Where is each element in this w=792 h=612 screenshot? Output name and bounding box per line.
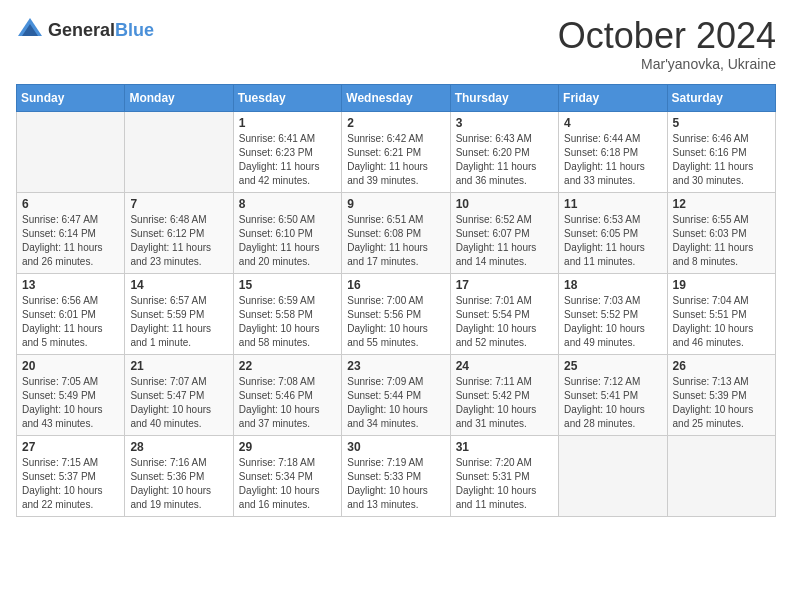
- weekday-header-sunday: Sunday: [17, 84, 125, 111]
- calendar-cell: 7Sunrise: 6:48 AMSunset: 6:12 PMDaylight…: [125, 192, 233, 273]
- day-info: Sunrise: 7:18 AMSunset: 5:34 PMDaylight:…: [239, 456, 336, 512]
- day-number: 23: [347, 359, 444, 373]
- day-info: Sunrise: 7:03 AMSunset: 5:52 PMDaylight:…: [564, 294, 661, 350]
- day-number: 10: [456, 197, 553, 211]
- day-info: Sunrise: 6:43 AMSunset: 6:20 PMDaylight:…: [456, 132, 553, 188]
- calendar-cell: 15Sunrise: 6:59 AMSunset: 5:58 PMDayligh…: [233, 273, 341, 354]
- day-number: 11: [564, 197, 661, 211]
- calendar-cell: 12Sunrise: 6:55 AMSunset: 6:03 PMDayligh…: [667, 192, 775, 273]
- day-info: Sunrise: 6:47 AMSunset: 6:14 PMDaylight:…: [22, 213, 119, 269]
- day-number: 1: [239, 116, 336, 130]
- logo-text-blue: Blue: [115, 20, 154, 40]
- day-number: 20: [22, 359, 119, 373]
- day-number: 12: [673, 197, 770, 211]
- day-number: 22: [239, 359, 336, 373]
- day-number: 19: [673, 278, 770, 292]
- location-title: Mar'yanovka, Ukraine: [558, 56, 776, 72]
- day-number: 17: [456, 278, 553, 292]
- weekday-header-row: SundayMondayTuesdayWednesdayThursdayFrid…: [17, 84, 776, 111]
- weekday-header-friday: Friday: [559, 84, 667, 111]
- calendar-cell: [559, 435, 667, 516]
- day-number: 14: [130, 278, 227, 292]
- calendar-cell: 31Sunrise: 7:20 AMSunset: 5:31 PMDayligh…: [450, 435, 558, 516]
- calendar-cell: 25Sunrise: 7:12 AMSunset: 5:41 PMDayligh…: [559, 354, 667, 435]
- day-info: Sunrise: 7:19 AMSunset: 5:33 PMDaylight:…: [347, 456, 444, 512]
- day-info: Sunrise: 7:09 AMSunset: 5:44 PMDaylight:…: [347, 375, 444, 431]
- calendar-cell: 9Sunrise: 6:51 AMSunset: 6:08 PMDaylight…: [342, 192, 450, 273]
- day-number: 4: [564, 116, 661, 130]
- day-number: 2: [347, 116, 444, 130]
- calendar-cell: [667, 435, 775, 516]
- calendar-cell: 19Sunrise: 7:04 AMSunset: 5:51 PMDayligh…: [667, 273, 775, 354]
- calendar-cell: 4Sunrise: 6:44 AMSunset: 6:18 PMDaylight…: [559, 111, 667, 192]
- weekday-header-wednesday: Wednesday: [342, 84, 450, 111]
- logo-icon: [16, 16, 44, 44]
- calendar-cell: 30Sunrise: 7:19 AMSunset: 5:33 PMDayligh…: [342, 435, 450, 516]
- calendar-cell: [125, 111, 233, 192]
- calendar-cell: 26Sunrise: 7:13 AMSunset: 5:39 PMDayligh…: [667, 354, 775, 435]
- logo-text-general: General: [48, 20, 115, 40]
- day-info: Sunrise: 6:59 AMSunset: 5:58 PMDaylight:…: [239, 294, 336, 350]
- calendar-cell: 10Sunrise: 6:52 AMSunset: 6:07 PMDayligh…: [450, 192, 558, 273]
- day-info: Sunrise: 7:04 AMSunset: 5:51 PMDaylight:…: [673, 294, 770, 350]
- day-info: Sunrise: 6:56 AMSunset: 6:01 PMDaylight:…: [22, 294, 119, 350]
- calendar-cell: 23Sunrise: 7:09 AMSunset: 5:44 PMDayligh…: [342, 354, 450, 435]
- calendar-cell: 5Sunrise: 6:46 AMSunset: 6:16 PMDaylight…: [667, 111, 775, 192]
- day-info: Sunrise: 7:12 AMSunset: 5:41 PMDaylight:…: [564, 375, 661, 431]
- day-number: 24: [456, 359, 553, 373]
- day-info: Sunrise: 7:11 AMSunset: 5:42 PMDaylight:…: [456, 375, 553, 431]
- day-info: Sunrise: 6:50 AMSunset: 6:10 PMDaylight:…: [239, 213, 336, 269]
- calendar-cell: 21Sunrise: 7:07 AMSunset: 5:47 PMDayligh…: [125, 354, 233, 435]
- day-info: Sunrise: 7:05 AMSunset: 5:49 PMDaylight:…: [22, 375, 119, 431]
- day-info: Sunrise: 7:08 AMSunset: 5:46 PMDaylight:…: [239, 375, 336, 431]
- calendar-cell: 17Sunrise: 7:01 AMSunset: 5:54 PMDayligh…: [450, 273, 558, 354]
- day-number: 27: [22, 440, 119, 454]
- calendar-week-3: 13Sunrise: 6:56 AMSunset: 6:01 PMDayligh…: [17, 273, 776, 354]
- calendar-week-2: 6Sunrise: 6:47 AMSunset: 6:14 PMDaylight…: [17, 192, 776, 273]
- calendar-cell: 27Sunrise: 7:15 AMSunset: 5:37 PMDayligh…: [17, 435, 125, 516]
- calendar-week-4: 20Sunrise: 7:05 AMSunset: 5:49 PMDayligh…: [17, 354, 776, 435]
- day-number: 30: [347, 440, 444, 454]
- day-number: 9: [347, 197, 444, 211]
- calendar-cell: 1Sunrise: 6:41 AMSunset: 6:23 PMDaylight…: [233, 111, 341, 192]
- day-info: Sunrise: 6:42 AMSunset: 6:21 PMDaylight:…: [347, 132, 444, 188]
- day-info: Sunrise: 6:46 AMSunset: 6:16 PMDaylight:…: [673, 132, 770, 188]
- calendar-table: SundayMondayTuesdayWednesdayThursdayFrid…: [16, 84, 776, 517]
- day-number: 26: [673, 359, 770, 373]
- weekday-header-tuesday: Tuesday: [233, 84, 341, 111]
- day-info: Sunrise: 7:00 AMSunset: 5:56 PMDaylight:…: [347, 294, 444, 350]
- day-info: Sunrise: 6:41 AMSunset: 6:23 PMDaylight:…: [239, 132, 336, 188]
- day-info: Sunrise: 6:57 AMSunset: 5:59 PMDaylight:…: [130, 294, 227, 350]
- day-info: Sunrise: 6:51 AMSunset: 6:08 PMDaylight:…: [347, 213, 444, 269]
- calendar-cell: 28Sunrise: 7:16 AMSunset: 5:36 PMDayligh…: [125, 435, 233, 516]
- title-block: October 2024 Mar'yanovka, Ukraine: [558, 16, 776, 72]
- calendar-cell: 8Sunrise: 6:50 AMSunset: 6:10 PMDaylight…: [233, 192, 341, 273]
- day-info: Sunrise: 7:07 AMSunset: 5:47 PMDaylight:…: [130, 375, 227, 431]
- day-number: 28: [130, 440, 227, 454]
- logo: GeneralBlue: [16, 16, 154, 44]
- day-info: Sunrise: 7:15 AMSunset: 5:37 PMDaylight:…: [22, 456, 119, 512]
- day-number: 3: [456, 116, 553, 130]
- calendar-cell: 14Sunrise: 6:57 AMSunset: 5:59 PMDayligh…: [125, 273, 233, 354]
- day-info: Sunrise: 6:48 AMSunset: 6:12 PMDaylight:…: [130, 213, 227, 269]
- weekday-header-monday: Monday: [125, 84, 233, 111]
- day-number: 31: [456, 440, 553, 454]
- day-info: Sunrise: 7:16 AMSunset: 5:36 PMDaylight:…: [130, 456, 227, 512]
- weekday-header-thursday: Thursday: [450, 84, 558, 111]
- day-info: Sunrise: 7:01 AMSunset: 5:54 PMDaylight:…: [456, 294, 553, 350]
- month-title: October 2024: [558, 16, 776, 56]
- day-number: 15: [239, 278, 336, 292]
- calendar-cell: 24Sunrise: 7:11 AMSunset: 5:42 PMDayligh…: [450, 354, 558, 435]
- day-number: 29: [239, 440, 336, 454]
- calendar-cell: 20Sunrise: 7:05 AMSunset: 5:49 PMDayligh…: [17, 354, 125, 435]
- day-number: 13: [22, 278, 119, 292]
- day-number: 18: [564, 278, 661, 292]
- calendar-cell: 3Sunrise: 6:43 AMSunset: 6:20 PMDaylight…: [450, 111, 558, 192]
- weekday-header-saturday: Saturday: [667, 84, 775, 111]
- day-info: Sunrise: 6:53 AMSunset: 6:05 PMDaylight:…: [564, 213, 661, 269]
- calendar-cell: 16Sunrise: 7:00 AMSunset: 5:56 PMDayligh…: [342, 273, 450, 354]
- calendar-cell: 6Sunrise: 6:47 AMSunset: 6:14 PMDaylight…: [17, 192, 125, 273]
- day-info: Sunrise: 6:55 AMSunset: 6:03 PMDaylight:…: [673, 213, 770, 269]
- day-info: Sunrise: 6:44 AMSunset: 6:18 PMDaylight:…: [564, 132, 661, 188]
- day-number: 16: [347, 278, 444, 292]
